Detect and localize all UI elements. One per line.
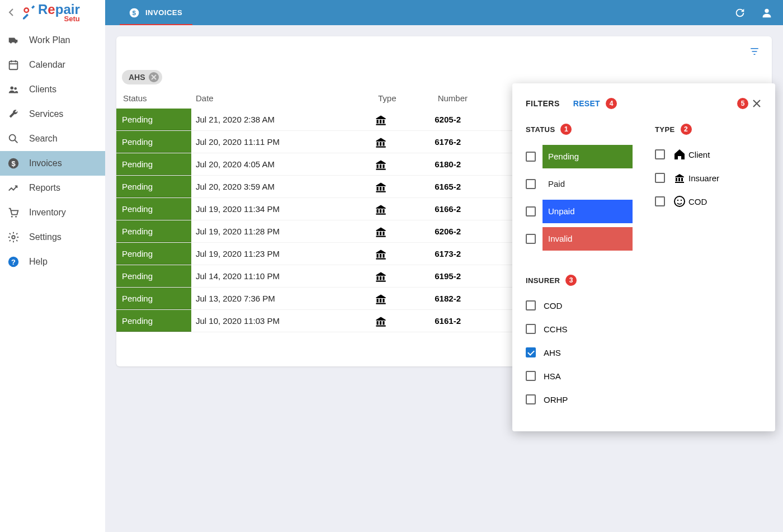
status-option-paid[interactable]: Paid [526, 170, 633, 197]
svg-point-12 [15, 216, 17, 218]
type-option-client[interactable]: Client [655, 143, 762, 166]
badge-3: 3 [565, 275, 577, 286]
svg-text:$: $ [133, 9, 136, 16]
tab-label: INVOICES [145, 8, 182, 17]
sidebar-item-label: Services [29, 109, 63, 119]
sidebar-item-label: Reports [29, 183, 60, 193]
chip-remove-icon[interactable] [149, 72, 159, 82]
insurer-option-cod[interactable]: COD [526, 294, 633, 317]
status-pill: Invalid [543, 227, 633, 251]
sidebar-item-label: Help [29, 257, 48, 267]
dollar-icon: $ [7, 157, 20, 170]
topbar: $ INVOICES [105, 0, 783, 25]
profile-button[interactable] [761, 7, 773, 19]
svg-point-24 [681, 200, 682, 201]
reset-button[interactable]: RESET [573, 99, 600, 108]
filter-chip-ahs[interactable]: AHS [122, 70, 162, 84]
svg-point-6 [14, 87, 17, 90]
people-icon [7, 83, 20, 96]
number-cell: 6182-2 [422, 294, 461, 303]
badge-1: 1 [560, 124, 572, 135]
tab-invoices[interactable]: $ INVOICES [105, 0, 191, 25]
bank-icon [374, 224, 388, 239]
checkbox[interactable] [526, 394, 536, 404]
logo-letter: R [38, 2, 48, 17]
col-date-header[interactable]: Date [196, 93, 378, 103]
sidebar-item-reports[interactable]: Reports [0, 176, 105, 200]
number-cell: 6173-2 [422, 249, 461, 258]
checkbox[interactable] [526, 152, 536, 162]
status-option-unpaid[interactable]: Unpaid [526, 197, 633, 225]
number-cell: 6205-2 [422, 115, 461, 124]
status-pill: Paid [543, 172, 633, 196]
logo-letter: e [48, 2, 55, 17]
type-option-cod[interactable]: COD [655, 190, 762, 213]
checkbox[interactable] [526, 234, 536, 244]
number-cell: 6166-2 [422, 204, 461, 214]
checkbox[interactable] [526, 179, 536, 189]
col-number-header[interactable]: Number [428, 93, 468, 103]
sidebar-item-search[interactable]: Search [0, 126, 105, 151]
status-option-pending[interactable]: Pending [526, 143, 633, 170]
date-cell: Jul 21, 2020 2:38 AM [191, 115, 374, 124]
date-cell: Jul 19, 2020 11:28 PM [191, 227, 374, 236]
bank-icon [374, 269, 388, 284]
insurer-option-ahs[interactable]: AHS [526, 341, 633, 364]
type-cell [374, 180, 422, 194]
sidebar-item-label: Inventory [29, 208, 66, 218]
close-filter-button[interactable]: 5 [732, 98, 762, 109]
type-cell [374, 112, 422, 127]
insurer-option-cchs[interactable]: CCHS [526, 317, 633, 341]
col-type-header[interactable]: Type [378, 93, 428, 103]
date-cell: Jul 20, 2020 3:59 AM [191, 182, 374, 191]
date-cell: Jul 13, 2020 7:36 PM [191, 294, 374, 303]
sidebar-item-settings[interactable]: Settings [0, 225, 105, 249]
sidebar-item-clients[interactable]: Clients [0, 77, 105, 102]
svg-point-11 [11, 216, 13, 218]
type-cell [374, 247, 422, 261]
number-cell: 6161-2 [422, 316, 461, 326]
sidebar-item-work-plan[interactable]: Work Plan [0, 28, 105, 53]
type-cell [374, 314, 422, 328]
sidebar: Repair Setu Work PlanCalendarClientsServ… [0, 0, 105, 532]
checkbox[interactable] [655, 173, 665, 183]
number-cell: 6165-2 [422, 182, 461, 191]
status-cell: Pending [116, 109, 191, 130]
date-cell: Jul 20, 2020 4:05 AM [191, 159, 374, 169]
insurer-label: AHS [544, 348, 561, 357]
type-label: COD [688, 197, 707, 206]
search-icon [7, 133, 20, 145]
filter-button[interactable] [748, 46, 761, 57]
collapse-sidebar-button[interactable] [4, 6, 18, 19]
sidebar-item-help[interactable]: ?Help [0, 249, 105, 274]
svg-point-5 [11, 87, 14, 90]
insurer-option-hsa[interactable]: HSA [526, 364, 633, 388]
filter-panel: FILTERS RESET 4 5 STATUS 1 PendingPaidUn… [512, 83, 775, 431]
insurer-option-orhp[interactable]: ORHP [526, 388, 633, 411]
status-cell: Pending [116, 265, 191, 287]
bank-icon [374, 135, 388, 149]
col-status-header[interactable]: Status [122, 93, 196, 103]
logo-subtitle: Setu [38, 15, 80, 22]
checkbox[interactable] [526, 206, 536, 216]
checkbox[interactable] [655, 149, 665, 159]
sidebar-item-inventory[interactable]: Inventory [0, 200, 105, 225]
sidebar-item-calendar[interactable]: Calendar [0, 53, 105, 77]
svg-point-13 [12, 236, 15, 239]
date-cell: Jul 10, 2020 11:03 PM [191, 316, 374, 326]
checkbox[interactable] [526, 300, 536, 310]
type-option-insuarer[interactable]: Insuarer [655, 166, 762, 190]
checkbox[interactable] [526, 324, 536, 334]
date-cell: Jul 19, 2020 11:34 PM [191, 204, 374, 214]
sidebar-item-label: Settings [29, 232, 62, 242]
status-option-invalid[interactable]: Invalid [526, 225, 633, 252]
checkbox[interactable] [526, 371, 536, 381]
type-cell [374, 135, 422, 149]
sidebar-item-invoices[interactable]: $Invoices [0, 151, 105, 176]
refresh-button[interactable] [734, 7, 746, 19]
dollar-icon: $ [129, 7, 140, 18]
number-cell: 6206-2 [422, 227, 461, 236]
checkbox[interactable] [526, 347, 536, 357]
checkbox[interactable] [655, 196, 665, 206]
sidebar-item-services[interactable]: Services [0, 102, 105, 126]
